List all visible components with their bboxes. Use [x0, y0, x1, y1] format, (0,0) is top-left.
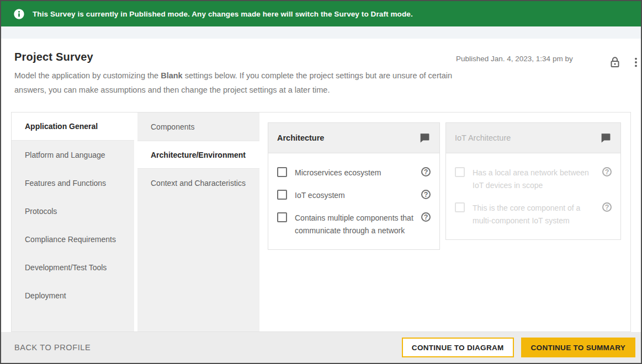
checkbox-multiple-components-network[interactable]	[277, 212, 287, 222]
footer-action-bar: BACK TO PROFILE CONTINUE TO DIAGRAM CONT…	[1, 332, 641, 363]
card-header: Architecture	[268, 123, 439, 153]
description-bold: Blank	[161, 71, 183, 80]
question-row: IoT ecosystem ?	[277, 189, 431, 202]
help-icon[interactable]: ?	[421, 167, 431, 176]
card-header: IoT Architecture	[446, 123, 620, 153]
kebab-menu-icon[interactable]	[628, 55, 642, 70]
card-body: Microservices ecosystem ? IoT ecosystem …	[268, 153, 439, 249]
question-row: This is the core component of a multi-co…	[455, 202, 612, 227]
subnav-tab-components[interactable]: Components	[137, 113, 259, 141]
card-title: Architecture	[277, 133, 324, 142]
section-nav: Application General Platform and Languag…	[12, 113, 134, 331]
checkbox-local-area-network-disabled	[455, 167, 465, 177]
comment-icon[interactable]	[418, 132, 431, 144]
info-icon	[13, 8, 25, 20]
nav-tab-compliance-requirements[interactable]: Compliance Requirements	[12, 225, 134, 253]
question-label: Contains multiple components that commun…	[295, 212, 416, 237]
page-title: Project Survey	[14, 51, 456, 63]
question-label: Microservices ecosystem	[295, 167, 416, 179]
nav-tab-features-and-functions[interactable]: Features and Functions	[12, 169, 134, 197]
subnav-tab-architecture-environment[interactable]: Architecture/Environment	[137, 141, 259, 169]
question-row: Has a local area network between IoT dev…	[455, 167, 612, 192]
checkbox-microservices-ecosystem[interactable]	[277, 167, 287, 177]
page-description: Model the application by customizing the…	[14, 68, 456, 97]
back-to-profile-link[interactable]: BACK TO PROFILE	[14, 343, 91, 352]
app-window: This Survey is currently in Published mo…	[0, 0, 642, 364]
checkbox-core-component-disabled	[455, 202, 465, 212]
nav-tab-platform-and-language[interactable]: Platform and Language	[12, 141, 134, 169]
unlock-icon[interactable]	[607, 55, 623, 70]
card-body: Has a local area network between IoT dev…	[446, 153, 620, 239]
checkbox-iot-ecosystem[interactable]	[277, 190, 287, 200]
question-label: Has a local area network between IoT dev…	[473, 167, 597, 192]
nav-tab-protocols[interactable]: Protocols	[12, 197, 134, 225]
nav-tab-deployment[interactable]: Deployment	[12, 281, 134, 309]
subnav-tab-context-and-characteristics[interactable]: Context and Characteristics	[137, 169, 259, 197]
survey-header: Project Survey Model the application by …	[1, 39, 641, 112]
card-title: IoT Architecture	[455, 133, 511, 142]
nav-tab-development-test-tools[interactable]: Development/Test Tools	[12, 253, 134, 281]
help-icon[interactable]: ?	[602, 202, 612, 212]
question-card-iot-architecture: IoT Architecture Has a local area networ…	[445, 122, 621, 240]
description-pre: Model the application by customizing the	[14, 71, 161, 80]
question-row: Contains multiple components that commun…	[277, 212, 431, 237]
nav-tab-application-general[interactable]: Application General	[12, 113, 134, 141]
continue-to-summary-button[interactable]: CONTINUE TO SUMMARY	[521, 338, 635, 357]
published-mode-banner: This Survey is currently in Published mo…	[1, 1, 641, 26]
question-card-architecture: Architecture Microservices ecosystem ?	[268, 122, 440, 250]
subsection-nav: Components Architecture/Environment Cont…	[137, 113, 259, 331]
continue-to-diagram-button[interactable]: CONTINUE TO DIAGRAM	[402, 338, 514, 357]
footer-buttons: CONTINUE TO DIAGRAM CONTINUE TO SUMMARY	[402, 338, 635, 357]
published-timestamp: Published Jan. 4, 2023, 1:34 pm by	[456, 55, 573, 63]
question-label: This is the core component of a multi-co…	[473, 202, 597, 227]
banner-text: This Survey is currently in Published mo…	[33, 10, 413, 18]
question-row: Microservices ecosystem ?	[277, 167, 431, 179]
question-content: Architecture Microservices ecosystem ?	[259, 113, 630, 331]
comment-icon[interactable]	[599, 132, 612, 144]
help-icon[interactable]: ?	[602, 167, 612, 176]
page-background-strip	[1, 26, 641, 39]
help-icon[interactable]: ?	[421, 190, 431, 199]
survey-panel: Application General Platform and Languag…	[11, 112, 631, 332]
help-icon[interactable]: ?	[421, 212, 431, 222]
question-label: IoT ecosystem	[295, 189, 416, 202]
